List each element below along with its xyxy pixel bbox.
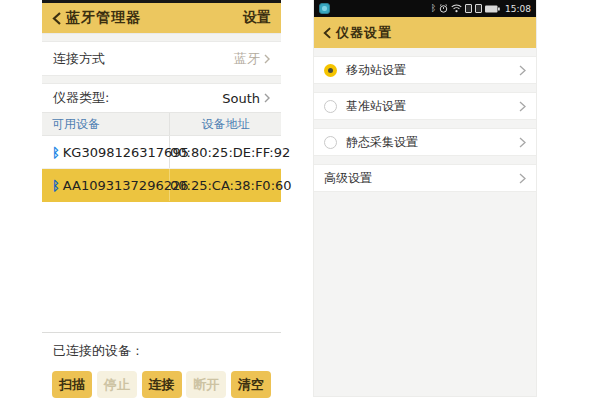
bluetooth-status-icon: ᛒ xyxy=(431,4,436,13)
menu-item-label: 移动站设置 xyxy=(346,62,406,79)
connection-mode-value: 蓝牙 xyxy=(234,50,260,68)
bluetooth-manager-screen: 蓝牙管理器 设置 连接方式 蓝牙 仪器类型: South 可用设备 设备地址 ᛒ… xyxy=(42,0,281,400)
bluetooth-manager-header: 蓝牙管理器 设置 xyxy=(42,3,281,33)
menu-item-base-settings[interactable]: 基准站设置 xyxy=(314,92,536,120)
status-bar: ᛒ 15:08 xyxy=(314,0,536,17)
menu-item-advanced-settings[interactable]: 高级设置 xyxy=(314,164,536,192)
back-chevron-icon xyxy=(323,27,331,39)
device-row-selected[interactable]: ᛒ AA1093137296226 00:25:CA:38:F0:60 xyxy=(42,169,281,202)
chevron-right-icon xyxy=(519,65,526,76)
settings-button[interactable]: 设置 xyxy=(243,9,271,27)
instrument-settings-header: 仪器设置 xyxy=(314,17,536,48)
menu-item-rover-settings[interactable]: 移动站设置 xyxy=(314,56,536,84)
chevron-right-icon xyxy=(519,101,526,112)
page-title: 仪器设置 xyxy=(336,24,392,42)
device-address: 00:80:25:DE:FF:92 xyxy=(170,136,290,168)
column-header-device-address: 设备地址 xyxy=(170,113,281,135)
bluetooth-icon: ᛒ xyxy=(52,145,60,160)
status-bar-clock: 15:08 xyxy=(505,4,531,14)
radio-selected-icon[interactable] xyxy=(324,64,337,77)
device-table-header: 可用设备 设备地址 xyxy=(42,112,281,136)
connection-mode-label: 连接方式 xyxy=(53,50,105,68)
device-list-empty-area xyxy=(42,202,281,332)
menu-item-static-collection-settings[interactable]: 静态采集设置 xyxy=(314,128,536,156)
connection-mode-row[interactable]: 连接方式 蓝牙 xyxy=(42,42,281,75)
alarm-clock-icon xyxy=(439,4,448,13)
device-address: 00:25:CA:38:F0:60 xyxy=(170,169,292,201)
app-notification-icon xyxy=(319,3,330,14)
section-gap xyxy=(42,33,281,42)
section-gap xyxy=(42,75,281,84)
chevron-right-icon xyxy=(264,93,270,103)
radio-unselected-icon[interactable] xyxy=(324,136,337,149)
column-header-available-devices: 可用设备 xyxy=(42,113,170,135)
connected-devices-label: 已连接的设备 : xyxy=(42,337,281,364)
chevron-right-icon xyxy=(264,54,270,64)
sim1-icon xyxy=(465,4,472,13)
back-chevron-icon xyxy=(52,12,61,25)
menu-item-label: 高级设置 xyxy=(324,170,372,187)
battery-icon xyxy=(485,5,500,13)
chevron-right-icon xyxy=(519,173,526,184)
clear-button[interactable]: 清空 xyxy=(231,371,271,398)
bluetooth-icon: ᛒ xyxy=(52,178,60,193)
device-row[interactable]: ᛒ KG3098126317695 00:80:25:DE:FF:92 xyxy=(42,136,281,169)
instrument-type-row[interactable]: 仪器类型: South xyxy=(42,84,281,112)
connect-button[interactable]: 连接 xyxy=(142,371,182,398)
disconnect-button[interactable]: 断开 xyxy=(186,371,226,398)
sim2-icon xyxy=(475,4,482,13)
menu-item-label: 静态采集设置 xyxy=(346,134,418,151)
radio-unselected-icon[interactable] xyxy=(324,100,337,113)
instrument-type-label: 仪器类型: xyxy=(53,89,109,107)
scan-button[interactable]: 扫描 xyxy=(52,371,92,398)
divider xyxy=(42,332,281,333)
settings-menu: 移动站设置 基准站设置 静态采集设置 高级设置 xyxy=(314,56,536,192)
instrument-settings-screen: ᛒ 15:08 仪器设置 移动站设置 基准站设置 静态采集设置 xyxy=(313,0,537,397)
wifi-icon xyxy=(451,4,462,13)
chevron-right-icon xyxy=(519,137,526,148)
back-button[interactable] xyxy=(323,27,331,39)
instrument-type-value: South xyxy=(222,91,260,106)
action-button-bar: 扫描 停止 连接 断开 清空 xyxy=(42,371,281,398)
stop-button[interactable]: 停止 xyxy=(97,371,137,398)
back-button[interactable] xyxy=(52,12,61,25)
page-title: 蓝牙管理器 xyxy=(66,9,141,27)
menu-item-label: 基准站设置 xyxy=(346,98,406,115)
